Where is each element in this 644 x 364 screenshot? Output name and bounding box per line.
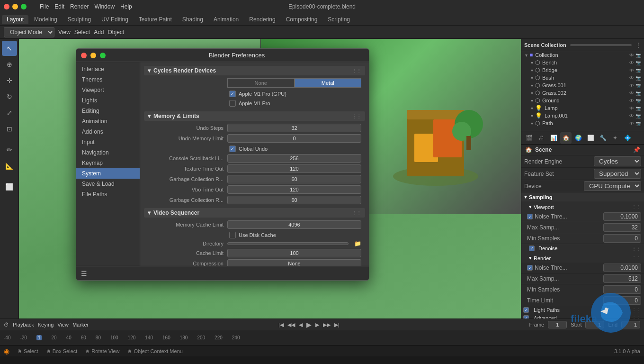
tab-scripting[interactable]: Scripting [323,15,355,24]
pref-interface[interactable]: Interface [76,64,140,74]
texture-timeout-input[interactable]: 120 [227,164,361,173]
vbo-timeout-input[interactable]: 120 [227,185,361,194]
tree-item-collection[interactable]: ▾ ■ Collection 👁 📷 [521,51,644,59]
render-engine-select[interactable]: Cycles [594,156,641,166]
pref-keymap[interactable]: Keymap [76,158,140,168]
garbage-collection-input[interactable]: 60 [227,175,361,183]
min-samples-value[interactable]: 0 [603,234,641,243]
current-frame-input[interactable]: 1 [548,321,567,328]
prev-keyframe-icon[interactable]: ◀ [299,322,303,328]
modal-menu-icon[interactable]: ☰ [81,270,87,277]
tab-render[interactable]: 🎬 [523,132,535,144]
pref-file-paths[interactable]: File Paths [76,189,140,200]
maximize-button[interactable] [21,4,27,9]
modal-close-button[interactable] [81,53,87,58]
tab-modeling[interactable]: Modeling [29,15,62,24]
menu-help[interactable]: Help [120,3,132,10]
disk-cache-checkbox[interactable] [229,232,236,238]
marker-label[interactable]: Marker [72,322,89,328]
pref-save-load[interactable]: Save & Load [76,179,140,189]
tab-object[interactable]: ⬜ [585,132,596,144]
tab-physics[interactable]: 💠 [622,132,633,144]
minimize-button[interactable] [12,4,18,9]
device-none-btn[interactable]: None [227,78,295,88]
tab-modifier[interactable]: 🔧 [597,132,608,144]
modal-min-button[interactable] [90,53,96,58]
pin-scene-icon[interactable]: 📌 [633,146,640,153]
jump-end-icon[interactable]: ▶| [334,322,340,328]
render-icon[interactable]: 📷 [635,53,641,58]
next-frame-icon[interactable]: ▶▶ [323,322,331,328]
compression-input[interactable]: None [227,259,361,266]
max-samples-value[interactable]: 32 [603,223,641,232]
console-scrollback-input[interactable]: 256 [227,154,361,163]
pref-animation[interactable]: Animation [76,116,140,127]
toolbar-object[interactable]: Object [108,29,125,36]
tab-texture-paint[interactable]: Texture Paint [134,15,177,24]
apple-m1-checkbox[interactable] [229,100,236,107]
device-select[interactable]: GPU Compute [584,181,641,191]
pref-input[interactable]: Input [76,137,140,147]
tab-animation[interactable]: Animation [209,15,243,24]
tab-particles[interactable]: ✦ [609,132,621,144]
video-seq-section-header[interactable]: ▾ Video Sequencer ⋮⋮ [144,208,365,218]
apple-m1-gpu-checkbox[interactable]: ✓ [229,91,236,97]
memory-section-header[interactable]: ▾ Memory & Limits ⋮⋮ [144,111,365,121]
start-frame-input[interactable]: 1 [585,321,604,328]
pref-system[interactable]: System [76,168,140,179]
jump-start-icon[interactable]: |◀ [278,322,284,328]
tree-item-bridge[interactable]: ▾ ⬡ Bridge 👁📷 [521,66,644,74]
menu-edit[interactable]: Edit [54,3,64,10]
transform-icon[interactable]: ⊡ [2,121,17,136]
outliner-search[interactable] [570,44,632,46]
vis-icon[interactable]: 👁 [629,53,634,58]
tree-item-bench[interactable]: ▾ ⬡ Bench 👁 📷 [521,59,644,66]
outliner-filter-icon[interactable]: ⋮ [635,42,641,48]
tree-item-lamp[interactable]: ▾ 💡 Lamp 👁📷 [521,104,644,112]
next-keyframe-icon[interactable]: ▶ [315,322,319,328]
mode-selector[interactable]: Object Mode [4,27,54,37]
playback-label[interactable]: Playback [13,322,34,328]
memory-cache-input[interactable]: 4096 [227,220,361,229]
annotate-icon[interactable]: ✏ [2,142,17,157]
tab-shading[interactable]: Shading [178,15,208,24]
tree-item-grass002[interactable]: ▾ ⬡ Grass.002 👁📷 [521,89,644,97]
sampling-section[interactable]: ▾ Sampling [521,192,644,201]
bench-render-icon[interactable]: 📷 [635,60,641,65]
measure-icon[interactable]: 📐 [2,158,17,173]
play-icon[interactable]: ▶ [306,321,312,328]
feature-set-select[interactable]: Supported [594,169,641,179]
pref-themes[interactable]: Themes [76,74,140,85]
move-icon[interactable]: ✛ [2,73,17,88]
pref-lights[interactable]: Lights [76,95,140,106]
light-paths-checkbox[interactable]: ✓ [523,307,529,313]
menu-window[interactable]: Window [94,3,115,10]
add-cube-icon[interactable]: ⬜ [2,179,17,194]
tab-scene[interactable]: 🏠 [560,132,572,144]
global-undo-checkbox[interactable]: ✓ [229,146,236,152]
select-tool-icon[interactable]: ↖ [2,41,17,56]
rotate-icon[interactable]: ↻ [2,89,17,104]
render-noise-checkbox[interactable]: ✓ [527,265,533,271]
close-button[interactable] [4,4,9,9]
pref-editing[interactable]: Editing [76,106,140,116]
menu-file[interactable]: File [40,3,49,10]
tree-item-grass001[interactable]: ▾ ⬡ Grass.001 👁📷 [521,82,644,89]
pref-viewport[interactable]: Viewport [76,85,140,95]
render-min-samples-value[interactable]: 0 [603,285,641,294]
keying-label[interactable]: Keying [38,322,54,328]
menu-render[interactable]: Render [70,3,89,10]
denoise-section[interactable]: ✓ Denoise ⋮⋮ [521,244,644,253]
timeline-view-label[interactable]: View [57,322,69,328]
tab-layout[interactable]: Layout [2,15,28,24]
tab-uv-editing[interactable]: UV Editing [97,15,133,24]
device-metal-btn[interactable]: Metal [295,78,362,88]
tree-item-path[interactable]: ▾ ⬡ Path 👁📷 [521,119,644,127]
render-subsection-header[interactable]: ▾ Render ⋮⋮ [521,254,644,263]
directory-browse-icon[interactable]: 📁 [354,240,361,247]
time-limit-value[interactable]: 0 [603,296,641,305]
modal-max-button[interactable] [100,53,106,58]
render-noise-value[interactable]: 0.0100 [603,264,641,272]
noise-threshold-value[interactable]: 0.1000 [603,212,641,221]
tab-compositing[interactable]: Compositing [281,15,322,24]
